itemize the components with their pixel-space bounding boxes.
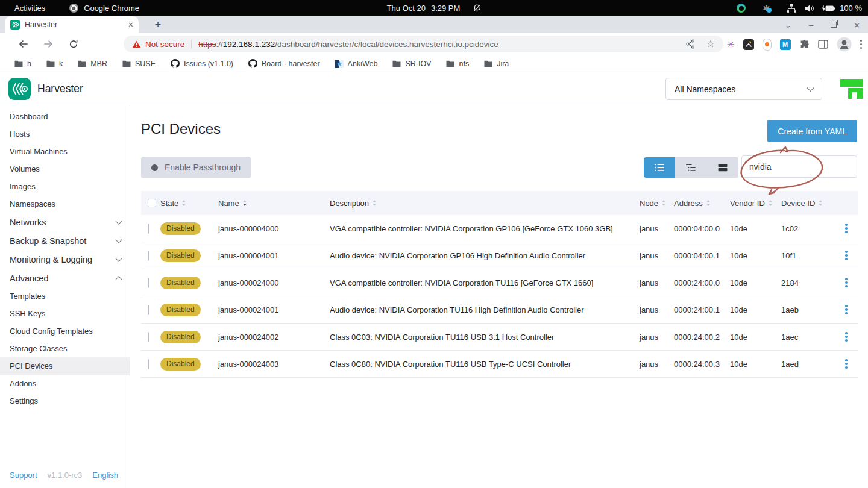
window-minimize-button[interactable]: –: [809, 21, 813, 29]
bookmark-suse[interactable]: SUSE: [122, 60, 156, 68]
row-checkbox[interactable]: [148, 251, 149, 261]
column-header-state[interactable]: State: [156, 199, 218, 208]
bookmark-jira[interactable]: Jira: [484, 60, 509, 68]
status-badge: Disabled: [160, 222, 201, 235]
row-checkbox[interactable]: [148, 332, 149, 342]
bookmark-ankiweb[interactable]: AnkiWeb: [335, 60, 378, 68]
name-cell[interactable]: janus-000024003: [218, 360, 330, 369]
select-all-checkbox[interactable]: [148, 199, 156, 207]
window-restore-button[interactable]: [831, 22, 837, 28]
sidebar-item-networks[interactable]: Networks: [0, 213, 130, 231]
name-cell[interactable]: janus-000024001: [218, 305, 330, 314]
sidebar-item-advanced[interactable]: Advanced: [0, 269, 130, 287]
sidebar-item-pci-devices[interactable]: PCI Devices: [0, 357, 130, 375]
sidebar-item-virtual-machines[interactable]: Virtual Machines: [0, 143, 130, 160]
column-header-address[interactable]: Address: [674, 199, 726, 208]
name-cell[interactable]: janus-000024002: [218, 333, 330, 342]
column-header-node[interactable]: Node: [640, 199, 674, 208]
asterisk-extension-icon[interactable]: ✳: [727, 39, 735, 50]
namespace-selector[interactable]: All Namespaces: [665, 78, 822, 100]
address-bar[interactable]: Not secure https://192.168.1.232/dashboa…: [124, 36, 723, 52]
share-icon[interactable]: [686, 39, 695, 49]
bookmark-mbr[interactable]: MBR: [78, 60, 107, 68]
language-link[interactable]: English: [92, 471, 118, 480]
actions-cell: [834, 305, 858, 314]
sidebar-item-ssh-keys[interactable]: SSH Keys: [0, 305, 130, 322]
search-input[interactable]: [741, 155, 857, 178]
support-link[interactable]: Support: [10, 471, 37, 480]
window-close-button[interactable]: ×: [854, 21, 860, 29]
sidebar-item-hosts[interactable]: Hosts: [0, 125, 130, 143]
sidebar-item-templates[interactable]: Templates: [0, 287, 130, 305]
sidebar-item-volumes[interactable]: Volumes: [0, 160, 130, 178]
browser-tab-harvester[interactable]: Harvester ×: [5, 16, 139, 33]
bookmark-sr-iov[interactable]: SR-IOV: [392, 60, 431, 68]
list-view-toggle[interactable]: [644, 157, 675, 178]
name-cell[interactable]: janus-000004001: [218, 251, 330, 260]
harvester-logo[interactable]: [8, 78, 31, 100]
row-actions-kebab-icon[interactable]: [834, 305, 858, 314]
row-actions-kebab-icon[interactable]: [834, 224, 858, 233]
new-tab-button[interactable]: +: [151, 17, 165, 32]
back-button[interactable]: [18, 39, 28, 49]
sidebar-item-backup-snapshot[interactable]: Backup & Snapshot: [0, 231, 130, 250]
bookmark-h[interactable]: h: [14, 60, 31, 68]
focused-app-indicator[interactable]: Google Chrome: [69, 4, 139, 13]
column-header-label: Address: [674, 199, 703, 208]
side-panel-icon[interactable]: [818, 40, 828, 49]
reload-button[interactable]: [69, 39, 78, 49]
sidebar-item-cloud-config-templates[interactable]: Cloud Config Templates: [0, 322, 130, 340]
vendor-id-cell: 10de: [726, 251, 777, 260]
column-header-vendor-id[interactable]: Vendor ID: [726, 199, 777, 208]
not-secure-label[interactable]: Not secure: [145, 40, 184, 49]
bookmark-board-harvester[interactable]: Board · harvester: [248, 59, 320, 68]
row-checkbox[interactable]: [148, 305, 149, 315]
rancher-icon[interactable]: [840, 78, 863, 100]
row-checkbox[interactable]: [148, 359, 149, 369]
sidebar-item-namespaces[interactable]: Namespaces: [0, 195, 130, 213]
sidebar-item-addons[interactable]: Addons: [0, 375, 130, 392]
tab-close-icon[interactable]: ×: [128, 20, 133, 29]
sort-carets-icon: [243, 200, 247, 206]
row-actions-kebab-icon[interactable]: [834, 278, 858, 287]
tab-strip: Harvester × + ⌄ – ×: [0, 16, 868, 33]
screenshot-extension-icon[interactable]: [743, 39, 754, 50]
name-cell[interactable]: janus-000024000: [218, 278, 330, 287]
profile-avatar[interactable]: [837, 37, 852, 52]
node-cell: janus: [640, 305, 674, 314]
url-text[interactable]: https://192.168.1.232/dashboard/harveste…: [198, 40, 678, 49]
m-extension-icon[interactable]: M: [780, 39, 791, 50]
sidebar-item-dashboard[interactable]: Dashboard: [0, 108, 130, 125]
sidebar-item-monitoring-logging[interactable]: Monitoring & Logging: [0, 250, 130, 269]
bookmark-nfs[interactable]: nfs: [446, 60, 469, 68]
clock[interactable]: Thu Oct 20 3:29 PM: [387, 4, 461, 13]
row-actions-kebab-icon[interactable]: [834, 332, 858, 342]
row-actions-kebab-icon[interactable]: [834, 251, 858, 260]
chrome-menu-icon[interactable]: [860, 40, 863, 49]
proxy-extension-icon[interactable]: [763, 39, 772, 51]
column-header-description[interactable]: Description: [330, 199, 640, 208]
row-checkbox[interactable]: [148, 224, 149, 234]
column-header-name[interactable]: Name: [218, 199, 330, 208]
tab-search-chevron-icon[interactable]: ⌄: [785, 21, 791, 29]
actions-cell: [834, 332, 858, 342]
column-header-device-id[interactable]: Device ID: [777, 199, 834, 208]
grouped-view-toggle[interactable]: [675, 157, 706, 178]
bookmark-k[interactable]: k: [46, 60, 63, 68]
create-from-yaml-button[interactable]: Create from YAML: [767, 120, 857, 142]
forward-button[interactable]: [43, 39, 54, 49]
bookmark-star-icon[interactable]: ☆: [706, 39, 715, 49]
sidebar-item-settings[interactable]: Settings: [0, 392, 130, 410]
row-actions-kebab-icon[interactable]: [834, 359, 858, 369]
row-checkbox[interactable]: [148, 278, 149, 288]
name-cell[interactable]: janus-000004000: [218, 224, 330, 233]
extensions-puzzle-icon[interactable]: [799, 39, 810, 49]
activities-button[interactable]: Activities: [14, 4, 45, 13]
sidebar-item-images[interactable]: Images: [0, 178, 130, 195]
card-view-toggle[interactable]: [707, 157, 738, 178]
table-row: Disabledjanus-000024000VGA compatible co…: [141, 269, 858, 296]
sidebar-item-storage-classes[interactable]: Storage Classes: [0, 340, 130, 357]
table-row: Disabledjanus-000004000VGA compatible co…: [141, 215, 858, 242]
system-tray[interactable]: ✱ 100 %: [737, 0, 862, 16]
bookmark-issues-v1-1-0[interactable]: Issues (v1.1.0): [171, 59, 233, 68]
